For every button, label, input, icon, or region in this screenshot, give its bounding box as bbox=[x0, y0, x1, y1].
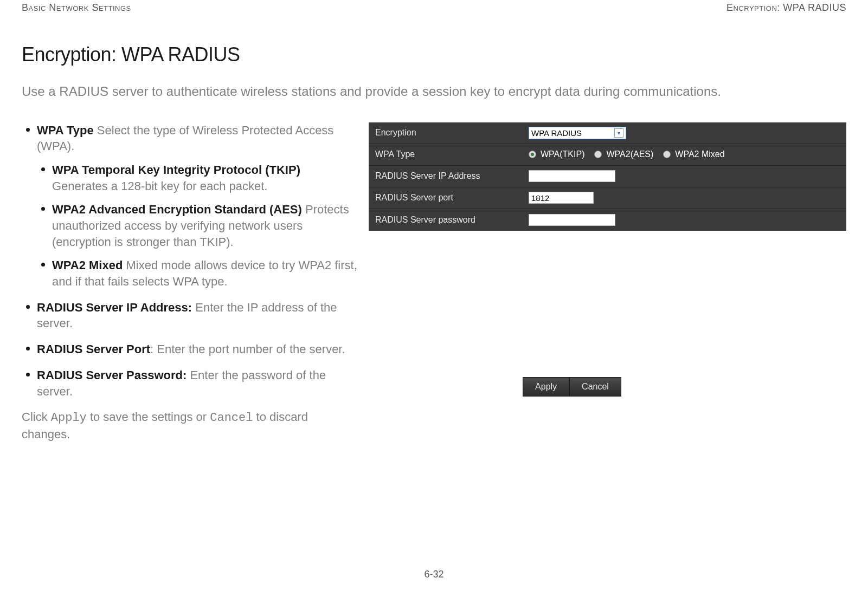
closing-text: Click Apply to save the settings or Canc… bbox=[22, 409, 358, 442]
page-number: 6-32 bbox=[0, 569, 868, 580]
term-mixed: WPA2 Mixed bbox=[52, 258, 123, 272]
radio-wpa-tkip-label: WPA(TKIP) bbox=[541, 150, 584, 159]
radius-port-input[interactable] bbox=[529, 192, 594, 204]
radio-wpa2-mixed-label: WPA2 Mixed bbox=[675, 150, 724, 159]
radio-icon bbox=[529, 151, 536, 158]
radius-ip-input[interactable] bbox=[529, 170, 615, 182]
closing-cancel: Cancel bbox=[210, 411, 253, 425]
desc-port: : Enter the port number of the server. bbox=[150, 342, 345, 356]
bullet-pwd: RADIUS Server Password: Enter the passwo… bbox=[22, 367, 358, 399]
radius-password-input[interactable] bbox=[529, 214, 615, 226]
bullet-mixed: WPA2 Mixed Mixed mode allows device to t… bbox=[37, 257, 358, 289]
closing-apply: Apply bbox=[51, 411, 87, 425]
term-pwd: RADIUS Server Password: bbox=[37, 368, 187, 382]
bullet-tkip: WPA Temporal Key Integrity Protocol (TKI… bbox=[37, 162, 358, 194]
term-aes: WPA2 Advanced Encryption Standard (AES) bbox=[52, 203, 302, 216]
radio-wpa-tkip[interactable]: WPA(TKIP) bbox=[529, 150, 584, 159]
label-radius-ip: RADIUS Server IP Address bbox=[369, 167, 523, 185]
radio-wpa2-aes[interactable]: WPA2(AES) bbox=[594, 150, 653, 159]
encryption-dropdown[interactable]: WPA RADIUS ▾ bbox=[529, 127, 626, 139]
intro-text: Use a RADIUS server to authenticate wire… bbox=[22, 82, 846, 101]
header-left: Basic Network Settings bbox=[22, 2, 131, 14]
term-ip: RADIUS Server IP Address: bbox=[37, 301, 192, 314]
term-tkip: WPA Temporal Key Integrity Protocol (TKI… bbox=[52, 163, 300, 177]
radio-wpa2-aes-label: WPA2(AES) bbox=[606, 150, 653, 159]
term-port: RADIUS Server Port bbox=[37, 342, 150, 356]
button-panel: Apply Cancel bbox=[510, 377, 634, 397]
bullet-ip: RADIUS Server IP Address: Enter the IP a… bbox=[22, 300, 358, 332]
settings-panel: Encryption WPA RADIUS ▾ WPA Type WPA(TKI… bbox=[369, 122, 846, 231]
page-title: Encryption: WPA RADIUS bbox=[22, 43, 846, 66]
radio-icon bbox=[663, 151, 671, 158]
radio-wpa2-mixed[interactable]: WPA2 Mixed bbox=[663, 150, 724, 159]
closing-mid: to save the settings or bbox=[87, 410, 210, 424]
closing-pre: Click bbox=[22, 410, 51, 424]
radio-icon bbox=[594, 151, 602, 158]
desc-tkip: Generates a 128-bit key for each packet. bbox=[52, 179, 267, 193]
term-wpa-type: WPA Type bbox=[37, 124, 94, 137]
chevron-down-icon: ▾ bbox=[614, 128, 623, 138]
bullet-port: RADIUS Server Port: Enter the port numbe… bbox=[22, 341, 358, 358]
encryption-dropdown-value: WPA RADIUS bbox=[531, 128, 582, 138]
header-right: Encryption: WPA RADIUS bbox=[726, 2, 846, 14]
label-wpa-type: WPA Type bbox=[369, 145, 523, 164]
cancel-button[interactable]: Cancel bbox=[569, 377, 621, 397]
bullet-aes: WPA2 Advanced Encryption Standard (AES) … bbox=[37, 202, 358, 250]
apply-button[interactable]: Apply bbox=[523, 377, 569, 397]
bullet-wpa-type: WPA Type Select the type of Wireless Pro… bbox=[22, 122, 358, 290]
label-radius-password: RADIUS Server password bbox=[369, 211, 523, 229]
label-encryption: Encryption bbox=[369, 124, 523, 142]
label-radius-port: RADIUS Server port bbox=[369, 189, 523, 207]
